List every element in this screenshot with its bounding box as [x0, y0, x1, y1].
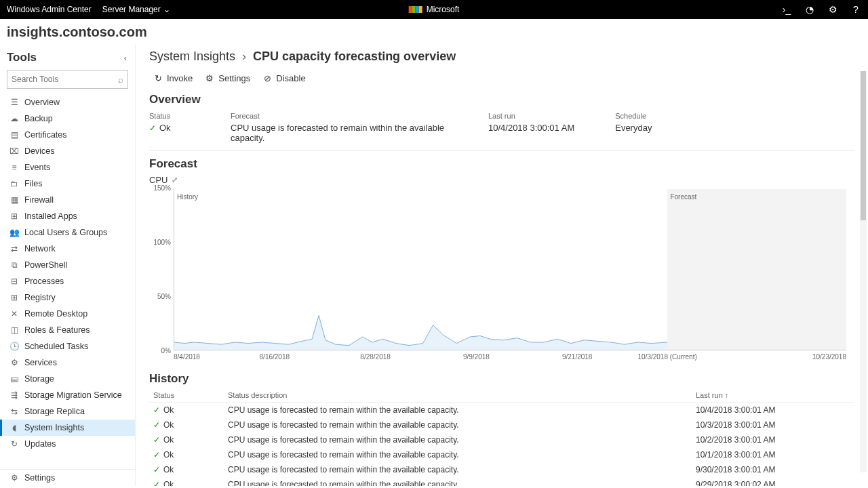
sidebar-item-backup[interactable]: ☁Backup [0, 110, 135, 127]
help-icon[interactable]: ? [850, 4, 861, 15]
history-region-label: History [177, 193, 198, 201]
sidebar-item-registry[interactable]: ⊞Registry [0, 289, 135, 306]
sidebar-item-label: Network [24, 244, 56, 253]
sidebar-item-label: Processes [24, 277, 64, 286]
sidebar-item-storage-migration-service[interactable]: ⇶Storage Migration Service [0, 387, 135, 403]
tool-icon: ⊟ [9, 277, 19, 286]
status-value: Ok [159, 123, 171, 133]
sidebar-item-label: Backup [24, 114, 53, 123]
invoke-button[interactable]: ↻Invoke [153, 73, 193, 83]
sidebar-item-label: Storage [24, 374, 54, 384]
sidebar-item-remote-desktop[interactable]: ✕Remote Desktop [0, 306, 135, 322]
brand: Microsoft [409, 5, 460, 14]
sidebar-item-overview[interactable]: ☰Overview [0, 94, 135, 110]
sidebar-item-updates[interactable]: ↻Updates [0, 436, 135, 452]
tool-icon: 🖴 [9, 374, 19, 384]
command-bar: ↻Invoke ⚙Settings ⊘Disable [149, 69, 854, 90]
table-row[interactable]: ✓OkCPU usage is forecasted to remain wit… [149, 403, 854, 418]
sidebar-item-label: Updates [24, 439, 56, 449]
forecast-region [667, 189, 846, 350]
sidebar-item-installed-apps[interactable]: ⊞Installed Apps [0, 208, 135, 224]
col-desc[interactable]: Status description [224, 388, 692, 403]
notifications-icon[interactable]: ◔ [804, 4, 815, 15]
sidebar-item-network[interactable]: ⇄Network [0, 241, 135, 257]
breadcrumb-current: CPU capacity forecasting overview [253, 49, 456, 64]
schedule-value: Everyday [615, 123, 656, 133]
tool-icon: 🕒 [9, 342, 19, 351]
table-row[interactable]: ✓OkCPU usage is forecasted to remain wit… [149, 447, 854, 462]
overview-grid: Status ✓Ok Forecast CPU usage is forecas… [149, 109, 854, 150]
collapse-sidebar-icon[interactable]: ‹ [124, 53, 127, 63]
sidebar-item-label: Local Users & Groups [24, 228, 107, 237]
sidebar-item-files[interactable]: 🗀Files [0, 176, 135, 192]
history-heading: History [149, 372, 854, 386]
sidebar-item-events[interactable]: ≡Events [0, 159, 135, 176]
chevron-right-icon: › [242, 49, 246, 64]
chart-series-name: CPU ⤢ [149, 175, 854, 185]
sidebar-item-local-users-groups[interactable]: 👥Local Users & Groups [0, 224, 135, 241]
table-row[interactable]: ✓OkCPU usage is forecasted to remain wit… [149, 418, 854, 432]
tool-icon: ◫ [9, 325, 19, 335]
col-status[interactable]: Status [149, 388, 224, 403]
gear-icon: ⚙ [9, 473, 19, 483]
forecast-heading: Forecast [149, 157, 854, 171]
sidebar-item-label: Storage Replica [24, 407, 85, 416]
expand-icon[interactable]: ⤢ [172, 176, 178, 184]
sidebar-item-devices[interactable]: ⌧Devices [0, 143, 135, 159]
settings-button[interactable]: ⚙Settings [205, 73, 250, 83]
check-icon: ✓ [153, 420, 160, 430]
table-row[interactable]: ✓OkCPU usage is forecasted to remain wit… [149, 462, 854, 477]
sidebar-item-label: Roles & Features [24, 325, 90, 335]
table-row[interactable]: ✓OkCPU usage is forecasted to remain wit… [149, 432, 854, 447]
console-icon[interactable]: ›_ [781, 4, 792, 15]
lastrun-value: 10/4/2018 3:00:01 AM [488, 123, 574, 133]
tool-icon: ⇄ [9, 244, 19, 253]
forecast-chart: 0%50%100%150% History Forecast 8/4/20188… [149, 188, 854, 364]
forecast-value: CPU usage is forecasted to remain within… [231, 123, 448, 143]
tool-icon: ⇆ [9, 407, 19, 416]
sidebar-item-processes[interactable]: ⊟Processes [0, 273, 135, 289]
check-icon: ✓ [153, 405, 160, 415]
sidebar-item-services[interactable]: ⚙Services [0, 354, 135, 371]
sidebar-item-system-insights[interactable]: ◖System Insights [0, 420, 135, 436]
search-input[interactable] [12, 75, 118, 84]
sidebar-item-label: Firewall [24, 195, 54, 205]
tool-icon: ⌧ [9, 146, 19, 156]
tool-icon: ⊞ [9, 211, 19, 221]
sidebar-item-storage-replica[interactable]: ⇆Storage Replica [0, 403, 135, 420]
scrollbar[interactable] [860, 71, 867, 472]
sidebar-item-label: Storage Migration Service [24, 390, 122, 400]
sidebar-item-scheduled-tasks[interactable]: 🕒Scheduled Tasks [0, 338, 135, 354]
forecast-label: Forecast [231, 112, 448, 120]
settings-gear-icon[interactable]: ⚙ [827, 4, 838, 15]
sidebar-item-roles-features[interactable]: ◫Roles & Features [0, 322, 135, 338]
sidebar-item-powershell[interactable]: ⧉PowerShell [0, 257, 135, 273]
table-row[interactable]: ✓OkCPU usage is forecasted to remain wit… [149, 477, 854, 486]
check-icon: ✓ [153, 450, 160, 460]
tool-icon: ↻ [9, 439, 19, 449]
status-label: Status [149, 112, 190, 120]
search-tools[interactable]: ⌕ [7, 70, 128, 89]
sidebar-settings[interactable]: ⚙ Settings [0, 470, 135, 486]
breadcrumb-parent[interactable]: System Insights [149, 49, 235, 64]
sidebar-item-label: Devices [24, 146, 54, 156]
breadcrumb: System Insights › CPU capacity forecasti… [149, 49, 854, 64]
sidebar-item-label: PowerShell [24, 260, 67, 270]
history-table: Status Status description Last run ↑ ✓Ok… [149, 388, 854, 486]
tool-icon: ⧉ [9, 260, 19, 270]
tool-icon: ▤ [9, 130, 19, 140]
microsoft-logo-icon-2 [416, 6, 422, 13]
sidebar-item-storage[interactable]: 🖴Storage [0, 371, 135, 387]
tool-icon: ▦ [9, 195, 19, 205]
lastrun-label: Last run [488, 112, 574, 120]
search-icon: ⌕ [118, 75, 123, 85]
sidebar-item-label: Registry [24, 293, 56, 302]
tool-icon: ✕ [9, 309, 19, 319]
disable-button[interactable]: ⊘Disable [262, 73, 305, 83]
refresh-icon: ↻ [153, 74, 163, 83]
sidebar: Tools ‹ ⌕ ☰Overview☁Backup▤Certificates⌧… [0, 44, 136, 486]
sidebar-item-firewall[interactable]: ▦Firewall [0, 192, 135, 208]
sidebar-item-certificates[interactable]: ▤Certificates [0, 127, 135, 143]
server-dropdown[interactable]: Server Manager ⌄ [102, 5, 170, 14]
col-lastrun[interactable]: Last run ↑ [692, 388, 854, 403]
